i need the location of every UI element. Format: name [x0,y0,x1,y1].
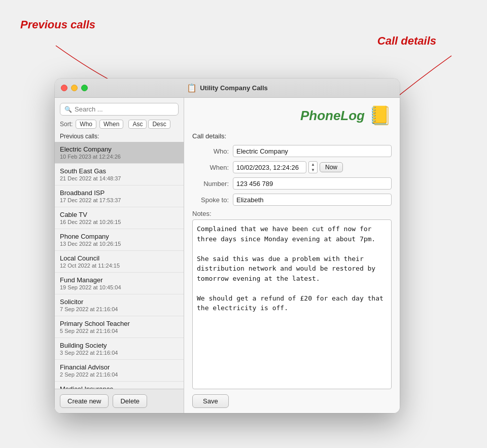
traffic-lights [61,85,88,91]
call-item-name: Cable TV [60,211,179,218]
number-row: Number: [192,177,392,190]
minimize-button[interactable] [71,85,78,91]
call-item-name: Phone Company [60,233,179,240]
delete-button[interactable]: Delete [113,394,147,408]
sort-when-button[interactable]: When [99,120,123,129]
search-icon: 🔍 [64,106,72,113]
main-window: 📋 Utility Company Calls 🔍 Sort: Who When… [55,79,400,413]
search-wrap: 🔍 [55,103,184,120]
call-item-name: Building Society [60,342,179,349]
sort-direction-group: Asc Desc [128,120,170,129]
call-item-date: 13 Dec 2022 at 10:26:15 [60,241,179,247]
call-item-name: Fund Manager [60,276,179,284]
number-input[interactable] [233,177,392,190]
window-title-icon: 📋 [187,83,197,93]
notes-label: Notes: [192,210,392,217]
datetime-stepper[interactable]: ▲ ▼ [308,161,318,173]
call-item-date: 17 Dec 2022 at 17:53:37 [60,197,179,203]
sort-asc-button[interactable]: Asc [128,120,147,129]
call-item-name: Broadband ISP [60,189,179,197]
call-list-item[interactable]: Electric Company10 Feb 2023 at 12:24:26 [55,142,184,164]
annotation-previous-calls: Previous calls [20,18,95,31]
call-list-item[interactable]: Building Society3 Sep 2022 at 21:16:04 [55,338,184,360]
calls-list: Electric Company10 Feb 2023 at 12:24:26S… [55,142,184,389]
call-item-name: South East Gas [60,167,179,175]
number-label: Number: [192,180,229,188]
left-panel: 🔍 Sort: Who When Asc Desc Previous calls… [55,98,184,413]
call-list-item[interactable]: South East Gas21 Dec 2022 at 14:48:37 [55,164,184,185]
stepper-up-icon[interactable]: ▲ [309,162,317,167]
call-item-name: Local Council [60,254,179,262]
when-input[interactable] [233,161,306,173]
now-button[interactable]: Now [320,162,343,172]
spoke-to-label: Spoke to: [192,196,229,204]
call-item-name: Solicitor [60,298,179,306]
call-item-date: 16 Dec 2022 at 10:26:15 [60,219,179,225]
call-item-date: 21 Dec 2022 at 14:48:37 [60,175,179,181]
call-list-item[interactable]: Solicitor7 Sep 2022 at 21:16:04 [55,294,184,316]
call-item-name: Electric Company [60,145,179,153]
call-list-item[interactable]: Phone Company13 Dec 2022 at 10:26:15 [55,229,184,251]
datetime-wrap: ▲ ▼ Now [233,161,392,173]
call-item-date: 7 Sep 2022 at 21:16:04 [60,306,179,312]
close-button[interactable] [61,85,67,91]
call-list-item[interactable]: Broadband ISP17 Dec 2022 at 17:53:37 [55,185,184,207]
when-row: When: ▲ ▼ Now [192,161,392,173]
call-item-date: 10 Feb 2023 at 12:24:26 [60,154,179,160]
window-title: 📋 Utility Company Calls [187,83,268,93]
annotation-call-details: Call details [377,34,436,48]
call-list-item[interactable]: Primary School Teacher5 Sep 2022 at 21:1… [55,316,184,338]
spoke-to-input[interactable] [233,194,392,206]
call-item-date: 19 Sep 2022 at 10:45:04 [60,284,179,290]
left-bottom-bar: Create new Delete [55,389,184,413]
save-button[interactable]: Save [192,394,229,408]
right-bottom-bar: Save [192,389,392,408]
stepper-down-icon[interactable]: ▼ [309,167,317,173]
titlebar: 📋 Utility Company Calls [55,79,400,98]
phonelog-book-icon: 📒 [369,105,392,126]
who-label: Who: [192,147,229,155]
when-label: When: [192,164,229,171]
call-item-name: Financial Advisor [60,363,179,371]
search-input[interactable] [75,105,174,113]
call-item-date: 3 Sep 2022 at 21:16:04 [60,350,179,356]
call-item-name: Medical Insurance [60,385,179,389]
right-panel: PhoneLog 📒 Call details: Who: When: ▲ ▼ [184,98,400,413]
sort-desc-button[interactable]: Desc [148,120,170,129]
sort-who-button[interactable]: Who [76,120,96,129]
call-list-item[interactable]: Financial Advisor2 Sep 2022 at 21:16:04 [55,360,184,382]
maximize-button[interactable] [81,85,88,91]
create-new-button[interactable]: Create new [60,394,109,408]
phonelog-text: PhoneLog [300,108,365,124]
who-row: Who: [192,145,392,157]
call-list-item[interactable]: Cable TV16 Dec 2022 at 10:26:15 [55,207,184,229]
call-item-date: 5 Sep 2022 at 21:16:04 [60,328,179,334]
content-area: 🔍 Sort: Who When Asc Desc Previous calls… [55,98,400,413]
search-box: 🔍 [60,103,179,116]
phonelog-header: PhoneLog 📒 [192,105,392,126]
call-list-item[interactable]: Fund Manager19 Sep 2022 at 10:45:04 [55,273,184,294]
call-details-label: Call details: [192,132,392,140]
call-item-name: Primary School Teacher [60,320,179,327]
call-item-date: 12 Oct 2022 at 11:24:15 [60,263,179,269]
previous-calls-label: Previous calls: [55,133,184,142]
call-item-date: 2 Sep 2022 at 21:16:04 [60,371,179,378]
sort-label: Sort: [60,121,73,128]
notes-textarea[interactable] [192,219,392,389]
call-list-item[interactable]: Local Council12 Oct 2022 at 11:24:15 [55,251,184,273]
sort-row: Sort: Who When Asc Desc [55,120,184,133]
who-input[interactable] [233,145,392,157]
spoke-to-row: Spoke to: [192,194,392,206]
call-list-item[interactable]: Medical Insurance1 Sep 2022 at 21:16:04 [55,382,184,389]
